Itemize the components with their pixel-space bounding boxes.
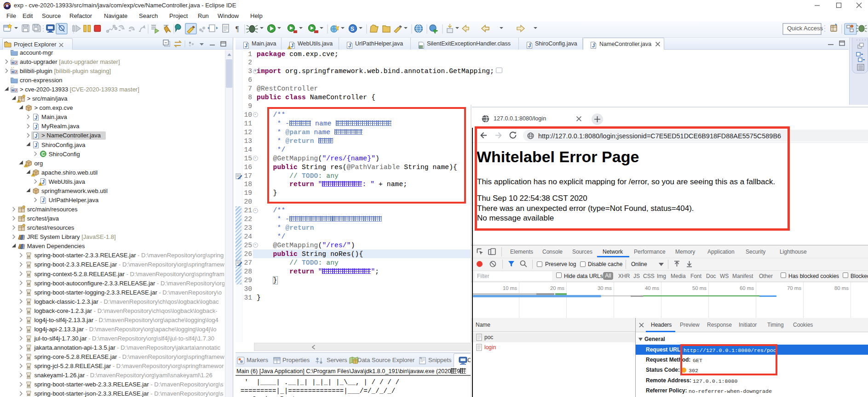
svg-text:Quick Access: Quick Access [787, 25, 823, 32]
